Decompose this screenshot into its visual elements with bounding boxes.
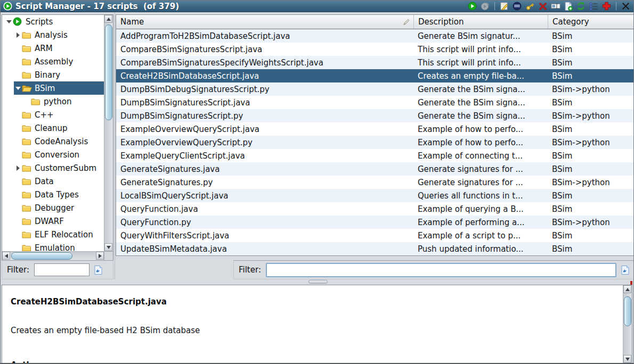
delete-script-icon[interactable]	[538, 1, 548, 11]
script-row[interactable]: GenerateSignatures.javaGenerate signatur…	[116, 162, 633, 176]
script-row[interactable]: CreateH2BSimDatabaseScript.javaCreates a…	[116, 69, 633, 82]
key-binding-icon[interactable]	[525, 1, 535, 11]
scrollbar-thumb[interactable]	[11, 252, 72, 260]
cell-category: BSim	[548, 58, 633, 68]
cell-category: BSim	[548, 244, 633, 254]
folder-closed-icon	[22, 244, 33, 252]
horizontal-splitter[interactable]	[1, 279, 633, 285]
script-row[interactable]: ExampleQueryClientScript.javaExample of …	[116, 149, 633, 162]
tree-item-customersubm[interactable]: CustomerSubm	[2, 161, 104, 175]
table-filter-input[interactable]	[266, 263, 616, 277]
scroll-down-button[interactable]	[623, 355, 631, 363]
script-row[interactable]: UpdateBSimMetadata.javaPush updated info…	[116, 242, 633, 255]
script-row[interactable]: ExampleOverviewQueryScript.pyExample of …	[116, 136, 633, 149]
scroll-right-button[interactable]	[96, 252, 104, 260]
tree-item-elf-relocation[interactable]: ELF Relocation	[2, 228, 104, 241]
expander-down-icon[interactable]	[5, 20, 13, 23]
play-icon	[13, 17, 24, 26]
filter-options-icon[interactable]	[93, 264, 104, 275]
script-row[interactable]: QueryWithFiltersScript.javaExample of a …	[116, 229, 633, 242]
cell-category: BSim	[548, 71, 633, 81]
folder-closed-icon	[22, 111, 33, 119]
script-row[interactable]: CompareBSimSignaturesSpecifyWeightsScrip…	[116, 56, 633, 69]
tree-filter-input[interactable]	[34, 263, 90, 276]
close-icon[interactable]	[621, 1, 631, 11]
window-play-icon	[3, 2, 12, 11]
folder-closed-icon	[22, 164, 33, 172]
script-row[interactable]: AddProgramToH2BSimDatabaseScript.javaGen…	[116, 29, 633, 43]
column-header-name[interactable]: Name	[116, 15, 413, 29]
tree-item-data[interactable]: Data	[2, 175, 104, 188]
tree-item-debugger[interactable]: Debugger	[2, 201, 104, 214]
folder-closed-icon	[22, 58, 33, 65]
cell-category: BSim	[548, 31, 633, 41]
category-tree: ScriptsAnalysisARMAssemblyBinaryBSimpyth…	[2, 14, 113, 261]
script-row[interactable]: GenerateSignatures.pyGenerate signatures…	[116, 176, 633, 189]
tree-vertical-scrollbar[interactable]	[104, 15, 113, 251]
tree-indent	[2, 81, 14, 95]
scroll-up-button[interactable]	[623, 285, 631, 293]
tree-item-label: Emulation	[35, 243, 75, 252]
edit-script-icon[interactable]	[499, 1, 509, 11]
tree-item-scripts[interactable]: Scripts	[2, 15, 104, 28]
cell-category: BSim	[548, 204, 633, 214]
tree-item-assembly[interactable]: Assembly	[2, 55, 104, 68]
folder-closed-icon	[22, 231, 33, 238]
scrollbar-thumb[interactable]	[624, 296, 631, 326]
cell-description: Example of how to perfo...	[413, 138, 548, 147]
script-row[interactable]: ExampleOverviewQueryScript.javaExample o…	[116, 122, 633, 136]
tree-item-bsim[interactable]: BSim	[2, 81, 104, 95]
script-row[interactable]: CompareBSimSignaturesScript.javaThis scr…	[116, 43, 633, 56]
table-header: Name Description Category	[116, 15, 633, 29]
tree-item-label: DWARF	[35, 217, 64, 226]
run-script-icon[interactable]	[467, 1, 477, 11]
scroll-down-button[interactable]	[104, 243, 112, 251]
script-directories-icon[interactable]	[589, 1, 599, 11]
script-row[interactable]: DumpBSimSignaturesScript.javaGenerate th…	[116, 96, 633, 109]
column-header-description[interactable]: Description	[413, 15, 548, 29]
detail-vertical-scrollbar[interactable]	[623, 285, 632, 363]
tree-item-python[interactable]: python	[2, 95, 104, 108]
new-script-icon[interactable]	[563, 1, 573, 11]
tree-item-emulation[interactable]: Emulation	[2, 241, 104, 251]
tree-item-data-types[interactable]: Data Types	[2, 188, 104, 201]
expander-right-icon[interactable]	[14, 32, 22, 38]
tree-indent	[2, 28, 14, 42]
cell-description: Example of a script to p...	[413, 231, 548, 241]
tree-item-analysis[interactable]: Analysis	[2, 28, 104, 42]
scroll-up-button[interactable]	[104, 15, 112, 23]
splitter-grip[interactable]	[308, 280, 328, 284]
script-row[interactable]: LocalBSimQueryScript.javaQueries all fun…	[116, 189, 633, 202]
scroll-left-button[interactable]	[2, 252, 10, 260]
tree-horizontal-scrollbar[interactable]	[2, 251, 104, 260]
cell-category: BSim	[548, 164, 633, 174]
tree-indent	[2, 241, 14, 251]
script-row[interactable]: QueryFunction.pyExample of performing a.…	[116, 216, 633, 229]
tree-item-label: Conversion	[35, 150, 79, 160]
cell-description: Generate the BSim signa...	[413, 85, 548, 94]
tree-item-arm[interactable]: ARM	[2, 42, 104, 55]
refresh-scripts-icon[interactable]	[576, 1, 586, 11]
header-pencil-icon	[403, 18, 410, 28]
eclipse-icon[interactable]	[512, 1, 522, 11]
script-row[interactable]: QueryFunction.javaExample of querying a …	[116, 202, 633, 216]
ghidra-help-icon[interactable]	[602, 1, 612, 11]
tree-item-label: python	[44, 97, 71, 106]
tree-item-dwarf[interactable]: DWARF	[2, 214, 104, 228]
tree-item-c-[interactable]: C++	[2, 108, 104, 121]
run-last-script-icon[interactable]	[480, 1, 490, 11]
tree-item-cleanup[interactable]: Cleanup	[2, 121, 104, 135]
script-row[interactable]: DumpBSimSignaturesScript.pyGenerate the …	[116, 109, 633, 122]
column-header-category[interactable]: Category	[548, 15, 633, 29]
tree-item-body: Analysis	[14, 28, 104, 42]
rename-script-icon[interactable]	[550, 1, 560, 11]
tree-item-conversion[interactable]: Conversion	[2, 148, 104, 161]
expander-right-icon[interactable]	[14, 166, 22, 171]
filter-options-icon[interactable]	[620, 264, 631, 275]
tree-item-label: CustomerSubm	[35, 163, 96, 173]
expander-down-icon[interactable]	[14, 87, 22, 90]
scrollbar-thumb[interactable]	[105, 24, 112, 120]
script-row[interactable]: DumpBSimDebugSignaturesScript.pyGenerate…	[116, 82, 633, 96]
tree-item-binary[interactable]: Binary	[2, 68, 104, 81]
tree-item-codeanalysis[interactable]: CodeAnalysis	[2, 135, 104, 148]
